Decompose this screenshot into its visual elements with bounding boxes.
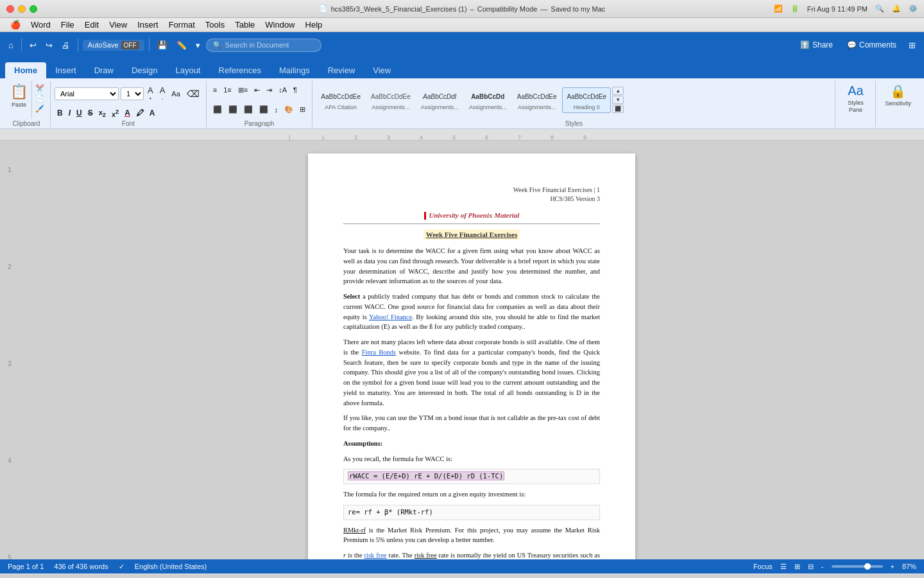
shading-button[interactable]: 🎨 — [282, 104, 296, 115]
bullets-button[interactable]: ≡ — [210, 85, 219, 95]
print-button[interactable]: 🖨 — [58, 39, 73, 52]
view-icon-1[interactable]: ☰ — [780, 563, 787, 571]
autosave-toggle[interactable]: AutoSave OFF — [83, 40, 144, 51]
superscript-button[interactable]: x2 — [109, 108, 121, 119]
document-scroll-area[interactable]: Week Five Financial Exercises | 1 HCS/38… — [19, 141, 924, 559]
view-icon-3[interactable]: ⊟ — [808, 563, 814, 571]
tab-home[interactable]: Home — [5, 62, 46, 78]
show-formatting-button[interactable]: ¶ — [291, 85, 300, 95]
menu-window[interactable]: Window — [260, 19, 300, 31]
decrease-indent-button[interactable]: ⇤ — [252, 85, 262, 96]
zoom-plus-button[interactable]: + — [891, 563, 894, 570]
view-icon-2[interactable]: ⊞ — [794, 563, 800, 571]
minimize-button[interactable] — [18, 5, 26, 13]
risk-free-link[interactable]: risk free — [364, 552, 387, 559]
comments-button[interactable]: 💬 Comments — [842, 39, 902, 51]
format-painter-button[interactable]: 🖌️ — [33, 104, 46, 114]
menu-insert[interactable]: Insert — [132, 19, 164, 31]
tab-view[interactable]: View — [364, 62, 400, 78]
align-left-button[interactable]: ⬛ — [210, 104, 225, 115]
align-center-button[interactable]: ⬛ — [226, 104, 240, 115]
tab-review[interactable]: Review — [319, 62, 364, 78]
page-1[interactable]: Week Five Financial Exercises | 1 HCS/38… — [308, 153, 635, 559]
sort-button[interactable]: ↕A — [276, 85, 289, 95]
finra-bonds-link[interactable]: Finra Bonds — [362, 349, 396, 356]
notification-icon[interactable]: 🔔 — [892, 4, 901, 13]
style-apa-citation[interactable]: AaBbCcDdEe APA Citation — [316, 87, 365, 113]
cut-button[interactable]: ✂️ — [33, 83, 46, 93]
zoom-slider[interactable] — [832, 565, 883, 568]
strikethrough-button[interactable]: S — [85, 108, 96, 118]
more-button[interactable]: ▾ — [193, 39, 203, 52]
style-assignments2[interactable]: AaBbCcDdI Assignments... — [416, 87, 463, 113]
menu-edit[interactable]: Edit — [80, 19, 104, 31]
tab-draw[interactable]: Draw — [85, 62, 123, 78]
paste-button[interactable]: 📋 Paste — [6, 81, 32, 119]
close-button[interactable] — [6, 5, 14, 13]
search-icon[interactable]: 🔍 — [875, 4, 884, 13]
style-heading0[interactable]: AaBbCcDdEe Heading 0 — [562, 87, 611, 113]
shrink-font-button[interactable]: A- — [157, 84, 168, 103]
font-name-select[interactable]: Arial — [55, 87, 119, 100]
increase-indent-button[interactable]: ⇥ — [264, 85, 275, 96]
align-right-button[interactable]: ⬛ — [241, 104, 255, 115]
gallery-down-button[interactable]: ▼ — [612, 96, 624, 104]
justify-button[interactable]: ⬛ — [257, 104, 271, 115]
style-assignments1[interactable]: AaBbCcDdEe Assignments... — [366, 87, 415, 113]
search-bar[interactable]: 🔍 Search in Document — [206, 39, 321, 52]
line-spacing-button[interactable]: ↕ — [272, 105, 281, 115]
numbering-button[interactable]: 1≡ — [221, 85, 234, 95]
home-button[interactable]: ⌂ — [5, 39, 17, 52]
menu-table[interactable]: Table — [230, 19, 260, 31]
style-assignments4[interactable]: AaBbCcDdEe Assignments... — [513, 87, 561, 113]
style-assignments3[interactable]: AaBbCcDd Assignments... — [465, 87, 511, 113]
copy-button[interactable]: 📄 — [33, 94, 46, 103]
menu-help[interactable]: Help — [300, 19, 328, 31]
tab-mailings[interactable]: Mailings — [270, 62, 319, 78]
window-controls[interactable] — [6, 5, 37, 13]
redo-button[interactable]: ↪ — [42, 39, 56, 52]
style-apa-preview: AaBbCcDdEe — [321, 90, 361, 104]
menu-apple[interactable]: 🍎 — [5, 19, 26, 31]
change-case-button[interactable]: Aa — [169, 89, 182, 99]
underline-button[interactable]: U — [74, 108, 85, 118]
menu-file[interactable]: File — [56, 19, 80, 31]
ruler-tick: 8 — [551, 134, 554, 141]
maximize-button[interactable] — [30, 5, 37, 13]
bold-button[interactable]: B — [55, 108, 65, 118]
menu-view[interactable]: View — [104, 19, 132, 31]
tab-insert[interactable]: Insert — [46, 62, 85, 78]
tab-design[interactable]: Design — [123, 62, 166, 78]
grow-font-button[interactable]: A+ — [145, 84, 156, 103]
spell-check-icon[interactable]: ✓ — [119, 563, 124, 571]
language[interactable]: English (United States) — [135, 563, 207, 570]
edit-button[interactable]: ✏️ — [173, 39, 190, 52]
share-button[interactable]: ⬆️ Share — [795, 39, 838, 51]
styles-pane-button[interactable]: Aa StylesPane — [839, 81, 871, 116]
menu-tools[interactable]: Tools — [200, 19, 230, 31]
undo-button[interactable]: ↩ — [26, 39, 40, 52]
multilevel-list-button[interactable]: ⊞≡ — [235, 85, 250, 96]
gallery-nav[interactable]: ▲ ▼ ⬛ — [612, 87, 624, 113]
sensitivity-button[interactable]: 🔒 Sensitivity — [880, 81, 916, 109]
text-effects-button[interactable]: A — [147, 108, 158, 118]
view-options-button[interactable]: ⊞ — [905, 39, 919, 52]
settings-icon[interactable]: ⚙️ — [909, 4, 918, 13]
font-size-select[interactable]: 11 — [121, 87, 144, 100]
italic-button[interactable]: I — [66, 108, 73, 118]
menu-format[interactable]: Format — [164, 19, 200, 31]
subscript-button[interactable]: x2 — [96, 108, 108, 119]
yahoo-finance-link[interactable]: Yahoo! Finance — [369, 313, 412, 320]
zoom-minus-button[interactable]: - — [821, 563, 824, 570]
gallery-more-button[interactable]: ⬛ — [612, 105, 624, 113]
highlight-color-button[interactable]: 🖍 — [133, 108, 146, 118]
tab-references[interactable]: References — [210, 62, 270, 78]
gallery-up-button[interactable]: ▲ — [612, 87, 624, 95]
clear-format-button[interactable]: ⌫ — [184, 87, 202, 100]
font-color-button[interactable]: A — [122, 108, 133, 118]
tab-layout[interactable]: Layout — [166, 62, 209, 78]
menu-word[interactable]: Word — [26, 19, 56, 31]
focus-button[interactable]: Focus — [753, 563, 773, 570]
save-button[interactable]: 💾 — [154, 39, 171, 52]
borders-button[interactable]: ⊞ — [297, 104, 308, 115]
